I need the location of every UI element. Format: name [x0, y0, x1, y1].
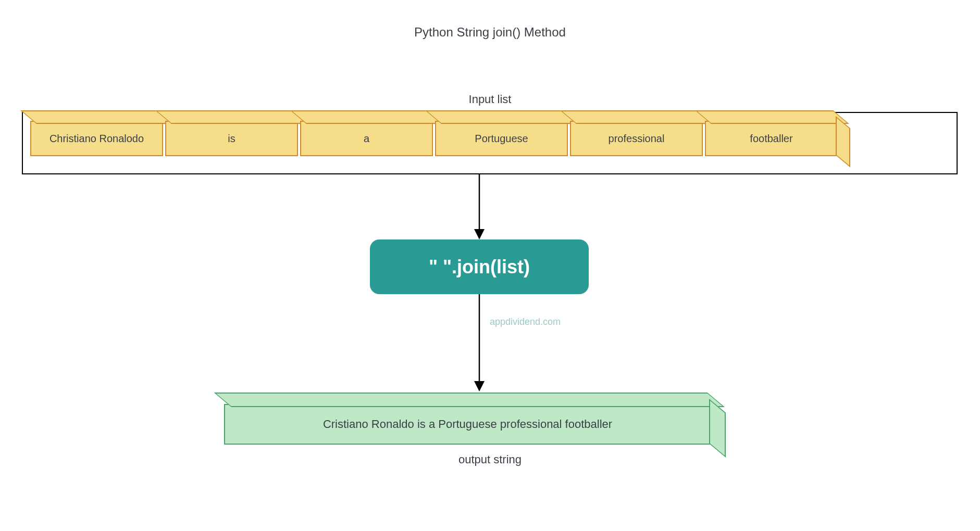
- join-method-box: " ".join(list): [370, 239, 589, 294]
- diagram-title: Python String join() Method: [414, 25, 566, 40]
- output-string-box: Cristiano Ronaldo is a Portuguese profes…: [224, 404, 711, 445]
- input-blocks-row: Christiano Ronalodo is a Portuguese prof…: [30, 121, 840, 156]
- list-item: professional: [570, 121, 703, 156]
- output-label: output string: [458, 453, 522, 466]
- watermark-text: appdividend.com: [490, 317, 561, 327]
- list-item: footballer: [705, 121, 838, 156]
- list-item: Portuguese: [435, 121, 568, 156]
- list-item: a: [300, 121, 433, 156]
- list-item: is: [165, 121, 298, 156]
- input-list-label: Input list: [469, 93, 512, 106]
- list-item: Christiano Ronalodo: [30, 121, 163, 156]
